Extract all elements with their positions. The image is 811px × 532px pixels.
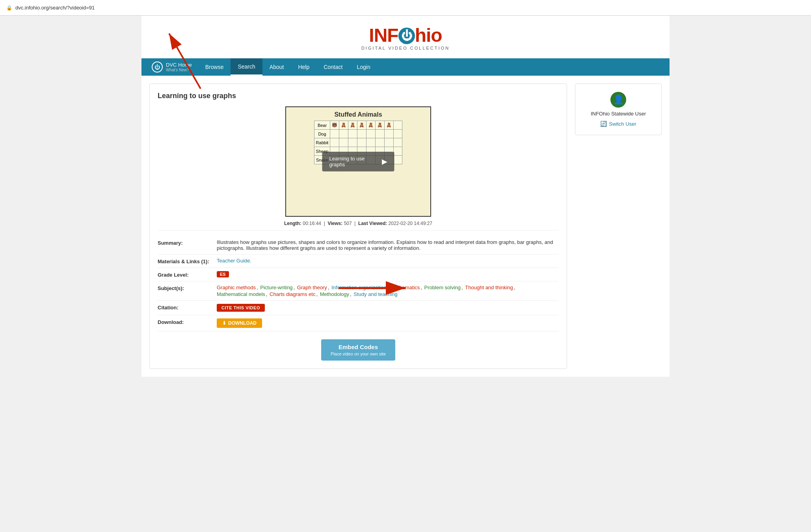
- user-avatar: 👤: [610, 92, 626, 108]
- main-nav: ⏻ DVC Home What's New? Browse Search Abo…: [141, 58, 670, 76]
- nav-search[interactable]: Search: [231, 58, 262, 76]
- power-icon: ⏻: [152, 61, 163, 73]
- table-cell: [366, 130, 376, 138]
- table-cell-label: Dog: [314, 130, 330, 138]
- table-cell: [394, 156, 402, 164]
- cite-button[interactable]: CITE THIS VIDEO: [217, 304, 265, 312]
- subject-graphic-methods[interactable]: Graphic methods: [217, 285, 256, 290]
- embed-btn-sub: Place video on your own site: [331, 351, 386, 357]
- table-cell: [394, 138, 402, 147]
- table-cell: [357, 138, 366, 147]
- logo-text: INF⏻hio: [361, 26, 450, 45]
- play-button-icon: ▶: [382, 157, 387, 166]
- switch-user-label: Switch User: [609, 121, 636, 127]
- summary-row: Summary: Illustrates how graphs use pict…: [158, 236, 559, 255]
- logo-subtitle: DIGITAL VIDEO COLLECTION: [361, 46, 450, 50]
- nav-login[interactable]: Login: [350, 58, 377, 76]
- table-cell: [385, 130, 394, 138]
- download-btn-label: DOWNLOAD: [228, 320, 257, 326]
- subject-information-org[interactable]: Information organization: [331, 285, 386, 290]
- refresh-icon: 🔄: [600, 121, 607, 127]
- subject-problem-solving[interactable]: Problem solving: [424, 285, 461, 290]
- nav-home-label: DVC Home: [166, 62, 192, 68]
- logo-hio: hio: [415, 25, 442, 46]
- nav-browse[interactable]: Browse: [198, 58, 231, 76]
- views-value: 507: [344, 221, 352, 226]
- length-label: Length:: [284, 221, 301, 226]
- table-cell: 🧸: [376, 121, 385, 130]
- table-cell: [385, 138, 394, 147]
- logo: INF⏻hio DIGITAL VIDEO COLLECTION: [353, 22, 458, 54]
- page-title: Learning to use graphs: [158, 92, 559, 100]
- teddy-icon5: 🧸: [377, 123, 383, 127]
- subjects-value: Graphic methods, Picture-writing, Graph …: [217, 285, 559, 297]
- citation-label: Citation:: [158, 304, 213, 311]
- grade-badge[interactable]: ES: [217, 271, 229, 277]
- url-text: dvc.infohio.org/search/?videoid=91: [15, 5, 95, 11]
- length-value: 00:16:44: [303, 221, 321, 226]
- table-cell: 🧸: [385, 121, 394, 130]
- table-cell: 🧸: [357, 121, 366, 130]
- nav-home[interactable]: ⏻ DVC Home What's New?: [145, 58, 198, 76]
- play-overlay[interactable]: Learning to use graphs ▶: [322, 152, 394, 171]
- materials-value: Teacher Guide.: [217, 258, 559, 264]
- table-cell: [366, 138, 376, 147]
- table-cell: [339, 130, 348, 138]
- download-icon: ⬇: [222, 320, 226, 326]
- teddy-icon2: 🧸: [350, 123, 355, 127]
- table-cell: 🧸: [366, 121, 376, 130]
- table-cell: [394, 121, 402, 130]
- teddy-icon6: 🧸: [386, 123, 392, 127]
- download-row: Download: ⬇ DOWNLOAD: [158, 315, 559, 331]
- sidebar: 👤 INFOhio Statewide User 🔄 Switch User: [575, 84, 662, 135]
- embed-section: Embed Codes Place video on your own site: [158, 339, 559, 361]
- subjects-row: Subject(s): Graphic methods, Picture-wri…: [158, 281, 559, 301]
- table-cell: [394, 147, 402, 156]
- table-cell-label: Bear: [314, 121, 330, 130]
- table-cell: [376, 138, 385, 147]
- grade-label: Grade Level:: [158, 271, 213, 278]
- lock-icon: 🔒: [6, 5, 12, 11]
- bear-icon: 🐻: [332, 123, 337, 127]
- teddy-icon: 🧸: [341, 123, 346, 127]
- subject-mathematical-models[interactable]: Mathematical models: [217, 291, 265, 297]
- teddy-icon4: 🧸: [368, 123, 374, 127]
- graph-title: Stuffed Animals: [334, 111, 382, 118]
- materials-row: Materials & Links (1): Teacher Guide.: [158, 255, 559, 268]
- table-cell: [330, 130, 339, 138]
- table-cell: [357, 130, 366, 138]
- address-bar: 🔒 dvc.infohio.org/search/?videoid=91: [0, 0, 811, 16]
- summary-text: Illustrates how graphs use pictures, sha…: [217, 239, 559, 251]
- citation-row: Citation: CITE THIS VIDEO: [158, 301, 559, 315]
- subject-picture-writing[interactable]: Picture-writing: [260, 285, 292, 290]
- nav-contact[interactable]: Contact: [316, 58, 350, 76]
- subject-mathematics[interactable]: Mathematics: [391, 285, 420, 290]
- nav-help[interactable]: Help: [291, 58, 316, 76]
- teacher-guide-link[interactable]: Teacher Guide.: [217, 258, 251, 264]
- subject-methodology[interactable]: Methodology: [320, 291, 349, 297]
- subject-graph-theory[interactable]: Graph theory: [297, 285, 327, 290]
- subject-study-teaching[interactable]: Study and teaching: [353, 291, 397, 297]
- citation-value: CITE THIS VIDEO: [217, 304, 559, 312]
- last-viewed-value: 2022-02-20 14:49:27: [389, 221, 432, 226]
- site-header: INF⏻hio DIGITAL VIDEO COLLECTION: [141, 16, 670, 54]
- video-meta: Length: 00:16:44 | Views: 507 | Last Vie…: [158, 221, 559, 231]
- download-value: ⬇ DOWNLOAD: [217, 318, 559, 328]
- info-section: Summary: Illustrates how graphs use pict…: [158, 236, 559, 331]
- logo-o-icon: ⏻: [398, 28, 415, 44]
- video-frame[interactable]: Stuffed Animals Bear 🐻 🧸 🧸 🧸 🧸 🧸 🧸: [285, 106, 431, 217]
- switch-user-button[interactable]: 🔄 Switch User: [600, 121, 636, 127]
- content-panel: Learning to use graphs Stuffed Animals B…: [149, 84, 567, 369]
- table-cell: [330, 138, 339, 147]
- embed-codes-button[interactable]: Embed Codes Place video on your own site: [321, 339, 395, 361]
- user-name: INFOhio Statewide User: [583, 111, 653, 117]
- download-button[interactable]: ⬇ DOWNLOAD: [217, 318, 262, 328]
- nav-about[interactable]: About: [262, 58, 291, 76]
- play-label: Learning to use graphs: [329, 156, 378, 167]
- table-cell: 🧸: [348, 121, 357, 130]
- embed-btn-title: Embed Codes: [331, 343, 386, 351]
- subject-charts-diagrams[interactable]: Charts diagrams etc: [270, 291, 315, 297]
- table-cell: [339, 138, 348, 147]
- table-row: Rabbit: [314, 138, 402, 147]
- subject-thought-thinking[interactable]: Thought and thinking: [465, 285, 513, 290]
